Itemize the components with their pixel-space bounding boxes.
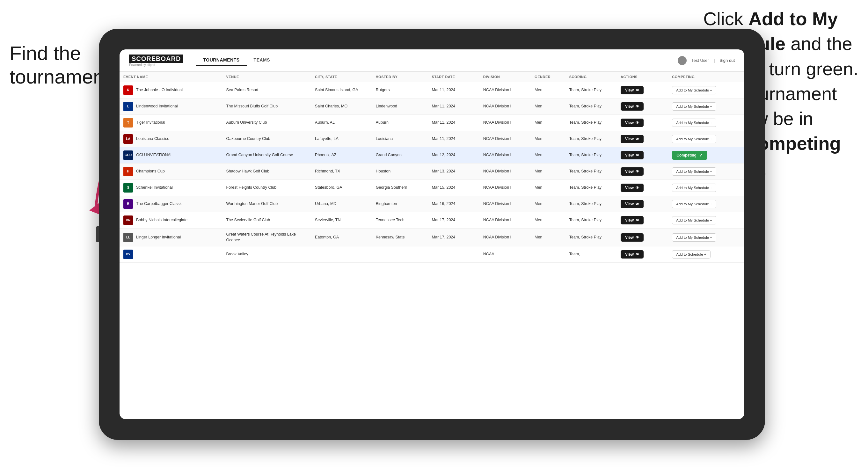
app-logo: SCOREBOARD: [129, 55, 183, 63]
view-button[interactable]: View 👁: [621, 167, 644, 176]
cell-city: [311, 246, 372, 263]
competing-button[interactable]: Competing ✓: [672, 151, 707, 160]
view-button[interactable]: View 👁: [621, 234, 644, 242]
eye-icon: 👁: [636, 121, 639, 125]
add-to-schedule-button[interactable]: Add to My Schedule +: [672, 200, 716, 208]
separator: |: [714, 58, 715, 63]
col-gender: GENDER: [531, 72, 565, 82]
cell-competing: Add to My Schedule +: [668, 131, 744, 147]
cell-competing: Add to My Schedule +: [668, 212, 744, 228]
col-venue: VENUE: [222, 72, 311, 82]
cell-start-date: Mar 11, 2024: [428, 82, 479, 98]
cell-start-date: Mar 11, 2024: [428, 98, 479, 115]
cell-venue: The Missouri Bluffs Golf Club: [222, 98, 311, 115]
add-to-schedule-button[interactable]: Add to My Schedule +: [672, 86, 716, 94]
add-to-schedule-button[interactable]: Add to My Schedule +: [672, 167, 716, 176]
view-button[interactable]: View 👁: [621, 216, 644, 224]
tab-teams[interactable]: TEAMS: [247, 55, 277, 66]
eye-icon: 👁: [636, 88, 639, 92]
view-button[interactable]: View 👁: [621, 86, 644, 94]
cell-competing: Add to My Schedule +: [668, 180, 744, 196]
cell-city: Richmond, TX: [311, 163, 372, 180]
cell-city: Sevierville, TN: [311, 212, 372, 228]
team-logo: BN: [123, 216, 133, 225]
table-row: BN Bobby Nichols Intercollegiate The Sev…: [120, 212, 744, 228]
cell-actions: View 👁: [617, 228, 668, 246]
cell-division: NCAA Division I: [479, 131, 531, 147]
cell-hosted-by: Kennesaw State: [372, 228, 428, 246]
cell-event-name: BV: [120, 246, 222, 263]
tab-tournaments[interactable]: TOURNAMENTS: [196, 55, 246, 66]
table-header-row: EVENT NAME VENUE CITY, STATE HOSTED BY S…: [120, 72, 744, 82]
table-row: H Champions Cup Shadow Hawk Golf Club Ri…: [120, 163, 744, 180]
add-to-schedule-button[interactable]: Add to My Schedule +: [672, 234, 716, 242]
table-row: L Lindenwood Invitational The Missouri B…: [120, 98, 744, 115]
cell-scoring: Team, Stroke Play: [565, 163, 617, 180]
eye-icon: 👁: [636, 186, 639, 190]
view-button[interactable]: View 👁: [621, 200, 644, 208]
top-bar: SCOREBOARD Powered by clippd TOURNAMENTS…: [120, 50, 744, 72]
eye-icon: 👁: [636, 218, 639, 222]
cell-actions: View 👁: [617, 147, 668, 163]
eye-icon: 👁: [636, 153, 639, 157]
cell-venue: Brook Valley: [222, 246, 311, 263]
cell-division: NCAA Division I: [479, 98, 531, 115]
cell-venue: Worthington Manor Golf Club: [222, 196, 311, 212]
table-row: BV Brook Valley NCAA Team, View 👁 Add to…: [120, 246, 744, 263]
signout-link[interactable]: Sign out: [719, 58, 735, 63]
view-button[interactable]: View 👁: [621, 135, 644, 143]
team-logo: GCU: [123, 151, 133, 160]
cell-actions: View 👁: [617, 246, 668, 263]
team-logo: S: [123, 183, 133, 192]
cell-gender: Men: [531, 147, 565, 163]
cell-start-date: Mar 13, 2024: [428, 163, 479, 180]
cell-division: NCAA Division I: [479, 147, 531, 163]
event-name-text: Louisiana Classics: [136, 136, 169, 142]
event-name-text: GCU INVITATIONAL: [136, 152, 173, 158]
cell-actions: View 👁: [617, 212, 668, 228]
cell-start-date: Mar 12, 2024: [428, 147, 479, 163]
add-to-schedule-button[interactable]: Add to My Schedule +: [672, 184, 716, 192]
cell-event-name: B The Carpetbagger Classic: [120, 196, 222, 212]
cell-scoring: Team, Stroke Play: [565, 147, 617, 163]
cell-hosted-by: Grand Canyon: [372, 147, 428, 163]
cell-venue: Oakbourne Country Club: [222, 131, 311, 147]
add-to-schedule-button[interactable]: Add to My Schedule +: [672, 102, 716, 111]
cell-scoring: Team, Stroke Play: [565, 131, 617, 147]
add-to-schedule-button[interactable]: Add to Schedule +: [672, 250, 710, 258]
cell-start-date: Mar 16, 2024: [428, 196, 479, 212]
cell-event-name: H Champions Cup: [120, 163, 222, 180]
team-logo: LL: [123, 233, 133, 242]
add-to-schedule-button[interactable]: Add to My Schedule +: [672, 119, 716, 127]
cell-scoring: Team, Stroke Play: [565, 98, 617, 115]
cell-hosted-by: Louisiana: [372, 131, 428, 147]
view-button[interactable]: View 👁: [621, 250, 644, 258]
cell-gender: Men: [531, 196, 565, 212]
view-button[interactable]: View 👁: [621, 102, 644, 111]
add-to-schedule-button[interactable]: Add to My Schedule +: [672, 135, 716, 143]
view-button[interactable]: View 👁: [621, 184, 644, 192]
table-row: S Schenkel Invitational Forest Heights C…: [120, 180, 744, 196]
cell-actions: View 👁: [617, 98, 668, 115]
cell-event-name: R The Johnnie - O Individual: [120, 82, 222, 98]
cell-event-name: T Tiger Invitational: [120, 115, 222, 131]
add-to-schedule-button[interactable]: Add to My Schedule +: [672, 216, 716, 224]
nav-tabs: TOURNAMENTS TEAMS: [196, 55, 277, 66]
view-button[interactable]: View 👁: [621, 119, 644, 127]
cell-gender: Men: [531, 82, 565, 98]
username: Test User: [691, 58, 709, 63]
cell-division: NCAA Division I: [479, 196, 531, 212]
check-icon: ✓: [699, 153, 703, 158]
cell-start-date: Mar 11, 2024: [428, 115, 479, 131]
view-button[interactable]: View 👁: [621, 151, 644, 159]
cell-actions: View 👁: [617, 115, 668, 131]
cell-city: Eatonton, GA: [311, 228, 372, 246]
cell-competing: Add to Schedule +: [668, 246, 744, 263]
cell-scoring: Team, Stroke Play: [565, 212, 617, 228]
cell-venue: Great Waters Course At Reynolds Lake Oco…: [222, 228, 311, 246]
event-name-text: Linger Longer Invitational: [136, 235, 181, 240]
eye-icon: 👁: [636, 236, 639, 240]
eye-icon: 👁: [636, 169, 639, 174]
table-row: GCU GCU INVITATIONAL Grand Canyon Univer…: [120, 147, 744, 163]
cell-start-date: Mar 17, 2024: [428, 228, 479, 246]
